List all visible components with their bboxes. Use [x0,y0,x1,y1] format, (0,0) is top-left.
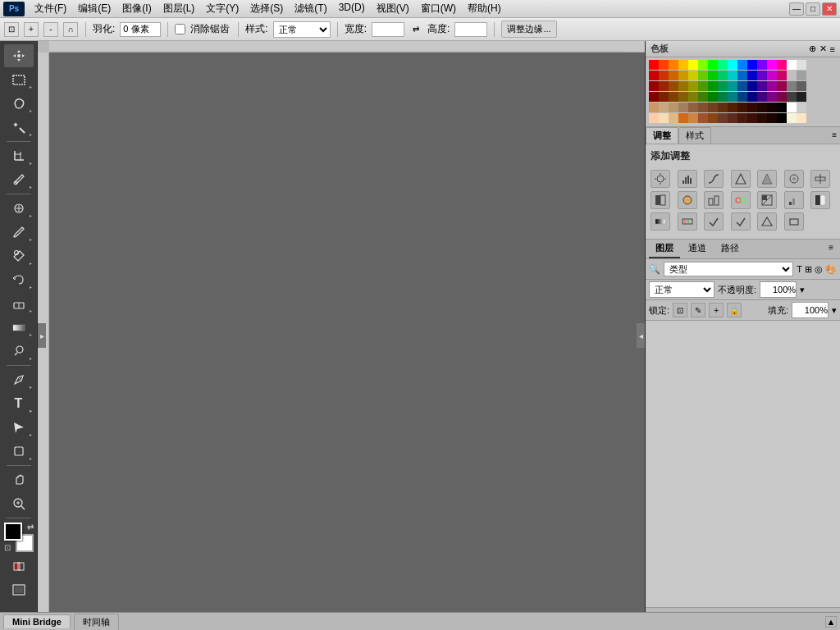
color-swatch[interactable] [747,71,757,80]
menu-T[interactable]: 滤镜(T) [290,0,331,17]
color-swatch[interactable] [688,60,698,70]
color-swatch[interactable] [787,92,797,102]
color-panel-header[interactable]: 色板 ⊕ ✕ ≡ [646,41,840,57]
color-swatch[interactable] [698,71,708,80]
opacity-input[interactable] [760,281,797,298]
color-swatch[interactable] [757,113,767,123]
tool-eyedropper[interactable]: ▸ [4,168,34,191]
adj-invert[interactable] [757,191,777,209]
tool-hand[interactable] [4,468,34,491]
adj-channelmix[interactable] [704,191,724,209]
color-swatch[interactable] [728,81,737,91]
color-swatch[interactable] [718,113,728,123]
color-swatch[interactable] [777,81,787,91]
color-swatch[interactable] [659,81,669,91]
color-swatch[interactable] [659,103,669,112]
tool-clone[interactable]: ▸ [4,244,34,267]
lock-pixels-icon[interactable]: ⊡ [673,303,687,317]
color-swatch[interactable] [649,103,659,112]
reset-colors-icon[interactable]: ⊡ [4,543,11,552]
color-swatch[interactable] [787,60,797,70]
color-swatch[interactable] [737,92,747,102]
color-swatch[interactable] [708,60,718,70]
color-swatch[interactable] [649,113,659,123]
tool-shape[interactable]: ▸ [4,440,34,463]
tool-gradient[interactable]: ▸ [4,316,34,339]
tab-styles[interactable]: 样式 [678,127,711,144]
color-swatch[interactable] [797,103,806,112]
blend-mode-select[interactable]: 正常 [649,281,714,298]
color-swatch[interactable] [787,113,797,123]
color-swatch[interactable] [757,60,767,70]
color-swatch[interactable] [708,103,718,112]
color-swatch[interactable] [669,81,678,91]
minimize-button[interactable]: — [789,2,804,16]
swap-colors-icon[interactable]: ⇄ [27,523,34,532]
fill-input[interactable] [792,302,829,318]
color-swatch[interactable] [688,81,698,91]
color-swatch[interactable] [767,103,777,112]
tab-channels[interactable]: 通道 [682,240,713,258]
color-swatch[interactable] [698,81,708,91]
adj-hsl[interactable] [784,170,804,188]
right-panel-collapse[interactable]: ◂ [637,323,645,348]
feather-input[interactable] [120,22,161,37]
color-swatch[interactable] [728,71,737,80]
color-swatch[interactable] [649,92,659,102]
color-swatch[interactable] [757,71,767,80]
layers-panel-menu[interactable]: ≡ [825,240,837,258]
selection-mode-icon[interactable]: ⊡ [4,22,19,37]
color-swatch[interactable] [678,81,688,91]
tool-marquee[interactable]: ▸ [4,68,34,91]
adj-curves[interactable] [704,170,724,188]
color-swatch[interactable] [737,81,747,91]
color-swatch[interactable] [678,113,688,123]
tool-lasso[interactable]: ▸ [4,92,34,115]
color-panel-delete-icon[interactable]: ✕ [819,43,827,54]
color-panel-menu-icon[interactable]: ≡ [830,44,835,54]
color-swatch[interactable] [669,92,678,102]
color-swatch[interactable] [649,71,659,80]
color-swatch[interactable] [787,103,797,112]
color-swatch[interactable] [688,103,698,112]
color-swatch[interactable] [787,81,797,91]
adj-colorlookup[interactable] [731,191,751,209]
color-swatch[interactable] [747,113,757,123]
color-swatch[interactable] [728,92,737,102]
adjust-panel-menu[interactable]: ≡ [829,127,840,144]
opacity-arrow[interactable]: ▾ [800,285,805,295]
color-swatch[interactable] [787,71,797,80]
tool-move[interactable] [4,44,34,67]
lock-position-icon[interactable]: ✎ [691,303,705,317]
maximize-button[interactable]: □ [806,2,820,16]
color-swatch[interactable] [767,113,777,123]
color-swatch[interactable] [797,71,806,80]
menu-E[interactable]: 编辑(E) [73,0,116,17]
color-swatch[interactable] [669,103,678,112]
menu-I[interactable]: 图像(I) [117,0,156,17]
left-panel-collapse[interactable]: ▸ [38,323,46,348]
color-swatch[interactable] [688,113,698,123]
tool-text[interactable]: T▸ [4,392,34,415]
bottom-panel-collapse[interactable]: ▲ [825,616,837,628]
color-swatch[interactable] [728,113,737,123]
tool-crop[interactable]: ▸ [4,144,34,167]
color-swatch[interactable] [767,71,777,80]
color-swatch[interactable] [767,60,777,70]
tool-brush[interactable]: ▸ [4,221,34,244]
antialias-checkbox[interactable] [175,24,185,34]
adj-photofilter[interactable] [678,191,697,209]
color-swatch[interactable] [747,60,757,70]
color-swatch[interactable] [797,92,806,102]
color-panel-add-icon[interactable]: ⊕ [809,43,816,54]
color-swatch[interactable] [797,60,806,70]
color-swatch[interactable] [659,113,669,123]
subtract-selection-icon[interactable]: - [43,22,58,37]
color-swatch[interactable] [708,92,718,102]
color-swatch[interactable] [718,71,728,80]
color-swatch[interactable] [728,103,737,112]
swap-wh-icon[interactable]: ⇄ [409,22,423,37]
adj-levels[interactable] [678,170,697,188]
tool-zoom[interactable] [4,492,34,515]
adj-selectcolor[interactable] [678,212,697,231]
